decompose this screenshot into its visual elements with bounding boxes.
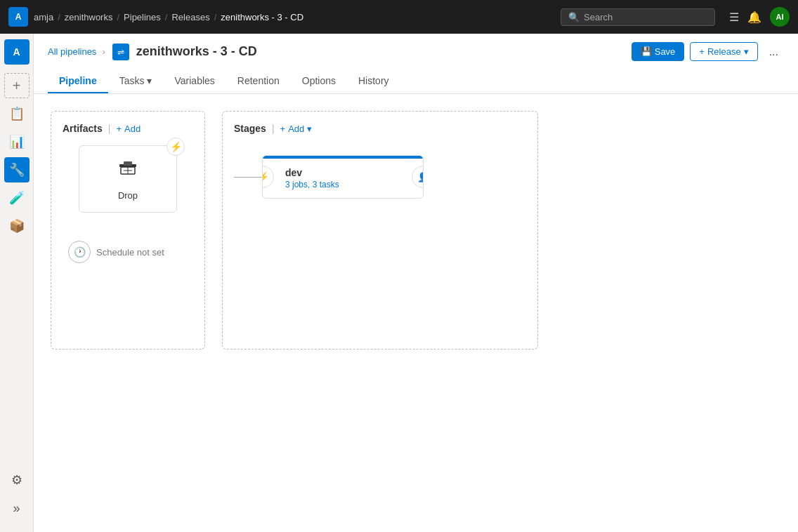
settings-icon: ⚙ — [11, 472, 22, 488]
chevron-right-icon: » — [13, 501, 20, 516]
stage-connector-line — [234, 177, 262, 178]
lightning-icon: ⚡ — [170, 141, 182, 152]
breadcrumb-current: zenithworks - 3 - CD — [221, 12, 303, 22]
overflow-menu-button[interactable]: ... — [764, 43, 784, 61]
stages-chevron-icon: ▾ — [307, 124, 312, 134]
artifacts-section: Artifacts | + Add ⚡ — [51, 111, 205, 350]
tab-history[interactable]: History — [347, 69, 400, 93]
pipelines-icon: 🔧 — [9, 162, 25, 178]
artifact-card[interactable]: ⚡ Drop — [79, 145, 177, 213]
pipeline-sections: Artifacts | + Add ⚡ — [51, 111, 781, 350]
test-plans-icon: 🧪 — [9, 190, 25, 206]
tasks-chevron-icon: ▾ — [147, 75, 152, 86]
schedule-icon: 🕐 — [68, 241, 91, 263]
tab-pipeline[interactable]: Pipeline — [48, 69, 108, 93]
breadcrumb-releases[interactable]: Releases — [171, 12, 209, 22]
tab-retention[interactable]: Retention — [226, 69, 291, 93]
sidebar-item-artifacts[interactable]: 📦 — [4, 213, 30, 239]
page-header-actions: 💾 Save + Release ▾ ... — [632, 42, 784, 61]
search-bar[interactable]: 🔍 Search — [561, 8, 715, 26]
main-layout: A + 📋 📊 🔧 🧪 📦 ⚙ » — [0, 34, 798, 532]
sidebar-item-boards[interactable]: 📋 — [4, 101, 30, 126]
stage-meta: 3 jobs, 3 tasks — [285, 180, 414, 189]
stage-card-body: dev 3 jobs, 3 tasks — [263, 159, 423, 198]
top-bar: A amja / zenithworks / Pipelines / Relea… — [0, 0, 798, 34]
artifacts-title: Artifacts — [63, 123, 103, 134]
svg-rect-2 — [124, 161, 132, 166]
pipeline-type-icon: ⇌ — [112, 44, 129, 60]
schedule-text: Schedule not set — [96, 247, 164, 258]
sidebar-collapse[interactable]: » — [4, 496, 30, 521]
stages-title: Stages — [234, 123, 266, 134]
repos-icon: 📊 — [9, 134, 25, 149]
azure-devops-logo[interactable]: A — [8, 7, 28, 27]
artifacts-add-link[interactable]: + Add — [116, 124, 140, 134]
breadcrumb: amja / zenithworks / Pipelines / Release… — [34, 12, 303, 22]
tabs-nav: Pipeline Tasks ▾ Variables Retention Opt… — [48, 69, 784, 93]
stage-card-dev[interactable]: ⚡ dev 3 jobs, 3 tasks 👤 — [262, 155, 424, 199]
artifact-lightning-badge[interactable]: ⚡ — [166, 138, 185, 156]
schedule-area[interactable]: 🕐 Schedule not set — [63, 235, 193, 269]
sidebar-settings[interactable]: ⚙ — [4, 467, 30, 493]
sidebar-item-test-plans[interactable]: 🧪 — [4, 185, 30, 211]
breadcrumb-amja[interactable]: amja — [34, 12, 53, 22]
breadcrumb-pipelines[interactable]: Pipelines — [124, 12, 161, 22]
tab-variables[interactable]: Variables — [163, 69, 225, 93]
artifact-drop-icon — [117, 157, 139, 185]
save-icon: 💾 — [641, 46, 652, 57]
list-icon[interactable]: ☰ — [729, 11, 739, 24]
page-title-row: All pipelines › ⇌ zenithworks - 3 - CD — [48, 44, 257, 60]
notifications-icon[interactable]: 🔔 — [747, 11, 761, 24]
search-icon: 🔍 — [568, 12, 580, 22]
page-breadcrumb: All pipelines › — [48, 46, 105, 57]
all-pipelines-link[interactable]: All pipelines — [48, 46, 96, 57]
breadcrumb-zenithworks[interactable]: zenithworks — [65, 12, 113, 22]
stages-section: Stages | + Add ▾ — [222, 111, 538, 350]
page-title: zenithworks - 3 - CD — [136, 44, 257, 59]
page-header-top: All pipelines › ⇌ zenithworks - 3 - CD 💾… — [48, 42, 784, 61]
artifacts-icon: 📦 — [9, 218, 25, 234]
user-avatar[interactable]: AI — [770, 7, 790, 27]
plus-icon: + — [699, 46, 705, 57]
content-area: All pipelines › ⇌ zenithworks - 3 - CD 💾… — [34, 34, 798, 532]
stage-name: dev — [285, 167, 414, 178]
stages-header: Stages | + Add ▾ — [234, 123, 526, 134]
sidebar: A + 📋 📊 🔧 🧪 📦 ⚙ » — [0, 34, 34, 532]
release-button[interactable]: + Release ▾ — [690, 42, 757, 61]
page-header: All pipelines › ⇌ zenithworks - 3 - CD 💾… — [34, 34, 798, 94]
save-button[interactable]: 💾 Save — [632, 42, 685, 61]
boards-icon: 📋 — [9, 106, 25, 121]
pipeline-canvas: Artifacts | + Add ⚡ — [34, 94, 798, 532]
sidebar-item-pipelines[interactable]: 🔧 — [4, 157, 30, 182]
stages-plus-icon: + — [280, 124, 286, 134]
artifacts-plus-icon: + — [116, 124, 122, 134]
stages-add-link[interactable]: + Add ▾ — [280, 124, 313, 134]
sidebar-logo[interactable]: A — [4, 39, 30, 65]
sidebar-item-repos[interactable]: 📊 — [4, 129, 30, 154]
artifact-label: Drop — [118, 190, 138, 201]
tab-options[interactable]: Options — [291, 69, 347, 93]
stage-info: dev 3 jobs, 3 tasks — [271, 167, 414, 189]
chevron-down-icon: ▾ — [744, 46, 749, 57]
top-bar-icons: ☰ 🔔 AI — [729, 7, 790, 27]
tab-tasks[interactable]: Tasks ▾ — [108, 69, 164, 93]
artifacts-header: Artifacts | + Add — [63, 123, 193, 134]
stage-lightning-icon: ⚡ — [262, 171, 269, 182]
sidebar-add-button[interactable]: + — [4, 73, 30, 98]
